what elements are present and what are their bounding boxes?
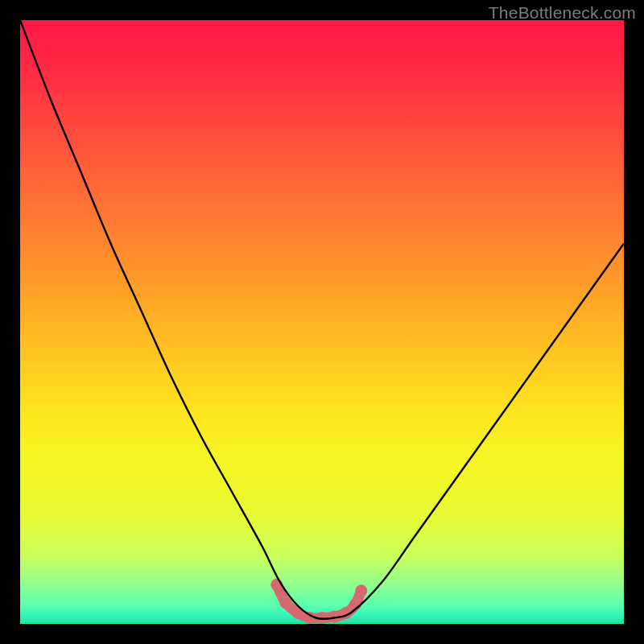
curve-highlight xyxy=(270,579,367,624)
highlight-dot xyxy=(355,584,367,597)
plot-area xyxy=(20,20,624,624)
main-curve-path xyxy=(20,20,624,619)
bottleneck-curve-svg xyxy=(20,20,624,624)
highlight-dots xyxy=(270,579,367,624)
chart-stage: TheBottleneck.com xyxy=(0,0,644,644)
highlight-dot xyxy=(280,597,292,609)
